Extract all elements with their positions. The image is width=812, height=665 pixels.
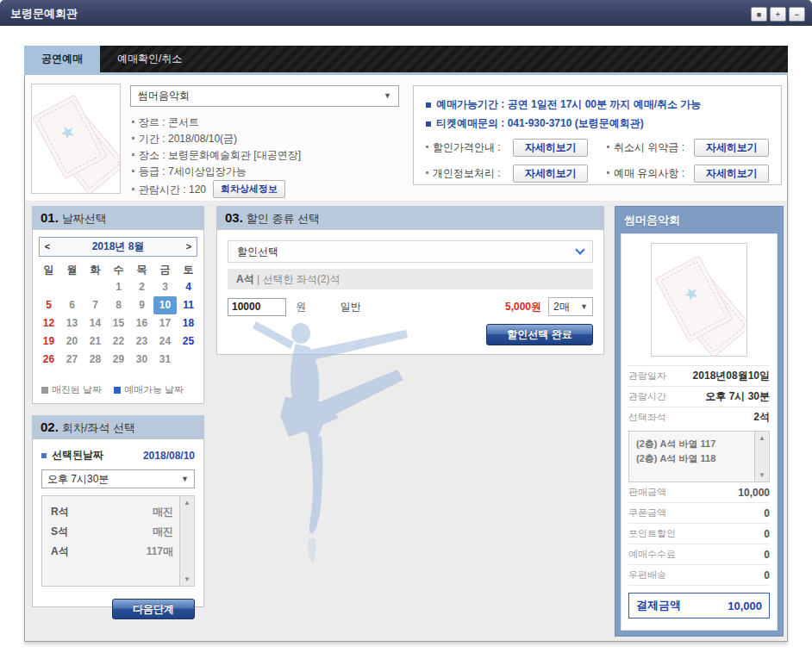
calendar-day[interactable]: 10 (153, 296, 177, 314)
total-amount-box: 결제금액 10,000 (628, 593, 770, 618)
calendar-day[interactable]: 24 (153, 332, 177, 351)
calendar-day[interactable]: 23 (130, 332, 153, 351)
prev-month-icon[interactable]: < (41, 238, 53, 256)
scroll-up-icon[interactable]: ▲ (755, 434, 769, 442)
currency-label: 원 (296, 301, 306, 313)
calendar-day[interactable]: 12 (37, 314, 60, 332)
calendar-day[interactable]: 9 (130, 296, 153, 314)
scrollbar[interactable]: ▲ ▼ (754, 432, 769, 482)
calendar-day[interactable]: 26 (37, 351, 60, 369)
section-02-header: 02.회차/좌석 선택 (32, 415, 204, 438)
calendar-day[interactable]: 11 (177, 296, 200, 314)
privacy-button[interactable]: 자세히보기 (513, 165, 588, 183)
calendar-weekday: 화 (84, 262, 107, 278)
amount-row: 우편배송0 (628, 565, 770, 586)
calendar-day[interactable]: 7 (84, 296, 107, 314)
calendar-day[interactable]: 20 (60, 332, 84, 351)
amount-row: 쿠폰금액0 (628, 503, 770, 524)
calendar-day[interactable]: 1 (107, 278, 130, 296)
calendar-day[interactable]: 2 (130, 278, 153, 296)
discount-guide-button[interactable]: 자세히보기 (513, 139, 588, 157)
calendar-day[interactable]: 18 (177, 314, 200, 332)
discount-select[interactable]: 할인선택 (228, 240, 593, 263)
seat-grade-list: R석매진 S석매진 A석117매 ▲ ▼ (41, 495, 195, 587)
calendar-day[interactable]: 19 (37, 332, 60, 351)
performance-thumbnail: ★ (31, 84, 121, 194)
zoom-out-icon[interactable]: − (789, 7, 805, 22)
ticket-type-label: 일반 (340, 301, 361, 313)
legend-soldout: 매진된 날짜 (41, 383, 102, 396)
booking-notice-box: 예매가능기간 : 공연 1일전 17시 00분 까지 예매/취소 가능 티켓예매… (413, 85, 782, 185)
section-01-header: 01.날짜선택 (32, 206, 204, 229)
ticket-art: ★ (32, 84, 120, 193)
calendar-empty-cell (84, 278, 107, 296)
calendar-day[interactable]: 31 (153, 351, 177, 369)
performance-title-select[interactable]: 썸머음악회 ▼ (130, 85, 399, 107)
summary-title: 썸머음악회 (621, 207, 778, 233)
scroll-down-icon[interactable]: ▼ (180, 575, 194, 583)
discount-done-button[interactable]: 할인선택 완료 (486, 324, 593, 345)
title-bar: 보령문예회관 ■ + − (0, 0, 812, 26)
section-02-number: 02. (41, 420, 59, 434)
calendar-day[interactable]: 16 (130, 314, 153, 332)
ballerina-watermark-image (237, 316, 418, 575)
calendar-empty-cell (37, 278, 60, 296)
discount-guide-label: 할인가격안내 : (426, 140, 513, 155)
quantity-select[interactable]: 2매 ▼ (548, 297, 593, 316)
calendar-day[interactable]: 30 (130, 351, 153, 369)
seat-grade-row[interactable]: A석117매 (51, 542, 173, 562)
calendar-day[interactable]: 5 (37, 296, 60, 314)
performance-details: 장르 : 콘서트 기간 : 2018/08/10(금) 장소 : 보령문화예술회… (132, 115, 301, 196)
bullet-icon (426, 171, 428, 174)
next-month-icon[interactable]: > (183, 238, 195, 256)
calendar-day[interactable]: 13 (60, 314, 84, 332)
calendar-day[interactable]: 3 (153, 278, 177, 296)
scroll-up-icon[interactable]: ▲ (180, 499, 194, 507)
calendar-day[interactable]: 27 (60, 351, 84, 369)
calendar-box: < 2018년 8월 > 일월화수목금토12345678910111213141… (32, 229, 204, 404)
calendar-day[interactable]: 8 (107, 296, 130, 314)
square-bullet-icon (426, 121, 431, 127)
scroll-down-icon[interactable]: ▼ (755, 471, 769, 479)
session-time-select[interactable]: 오후 7시30분 ▼ (41, 469, 195, 488)
calendar-weekday: 토 (177, 262, 200, 278)
calendar-nav: < 2018년 8월 > (39, 237, 197, 257)
booking-caution-button[interactable]: 자세히보기 (694, 165, 769, 183)
detail-venue: 장소 : 보령문화예술회관 [대공연장] (132, 147, 301, 164)
calendar-weekday: 일 (37, 262, 60, 278)
tab-performance-booking[interactable]: 공연예매 (24, 46, 100, 72)
window-controls: ■ + − (751, 7, 805, 22)
tab-confirm-cancel[interactable]: 예매확인/취소 (100, 46, 199, 72)
calendar-day[interactable]: 14 (84, 314, 107, 332)
calendar-day[interactable]: 4 (177, 278, 200, 296)
calendar-day[interactable]: 29 (107, 351, 130, 369)
dropdown-arrow-icon: ▼ (181, 470, 189, 488)
session-detail-button[interactable]: 회차상세정보 (213, 180, 285, 198)
bullet-icon (426, 146, 428, 148)
calendar-day[interactable]: 22 (107, 332, 130, 351)
section-01-title: 날짜선택 (62, 212, 107, 225)
window-maximize-icon[interactable]: ■ (751, 7, 767, 22)
seat-grade-row[interactable]: R석매진 (51, 502, 173, 522)
calendar-day[interactable]: 6 (60, 296, 84, 314)
calendar-day[interactable]: 28 (84, 351, 107, 369)
scrollbar[interactable]: ▲ ▼ (179, 496, 194, 586)
summary-body: ★ 관람일자2018년08월10일 관람시간오후 7시 30분 선택좌석2석 (… (621, 233, 778, 631)
ticket-art: ★ (652, 244, 746, 356)
section-01-number: 01. (41, 210, 59, 225)
bullet-icon (607, 146, 609, 148)
next-step-button[interactable]: 다음단계 (112, 599, 195, 619)
calendar-day[interactable]: 17 (153, 314, 177, 332)
tab-bar: 공연예매 예매확인/취소 (24, 46, 788, 72)
calendar-day[interactable]: 15 (107, 314, 130, 332)
zoom-in-icon[interactable]: + (770, 7, 786, 22)
price-input[interactable] (228, 298, 286, 316)
selected-date-value: 2018/08/10 (143, 450, 195, 462)
seat-grade-row[interactable]: S석매진 (51, 522, 173, 542)
session-box: 선택된날짜 2018/08/10 오후 7시30분 ▼ R석매진 S석매진 A석… (32, 438, 204, 607)
selected-seat-strip: A석 | 선택한 좌석(2)석 (228, 269, 593, 289)
cancel-penalty-button[interactable]: 자세히보기 (694, 139, 769, 157)
calendar-day[interactable]: 25 (177, 332, 200, 351)
section-03-title: 할인 종류 선택 (247, 212, 320, 225)
calendar-day[interactable]: 21 (84, 332, 107, 351)
